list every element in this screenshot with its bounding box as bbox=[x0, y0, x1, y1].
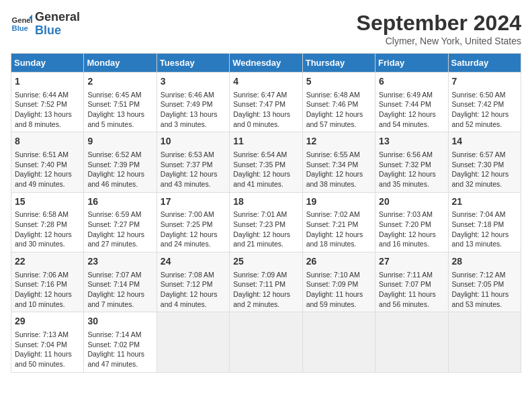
logo-icon: General Blue bbox=[11, 13, 32, 35]
day-info: Sunrise: 6:59 AM Sunset: 7:27 PM Dayligh… bbox=[87, 210, 152, 249]
day-number: 15 bbox=[15, 195, 80, 209]
day-number: 21 bbox=[452, 195, 517, 209]
day-number: 6 bbox=[379, 75, 444, 89]
day-info: Sunrise: 6:48 AM Sunset: 7:46 PM Dayligh… bbox=[306, 90, 371, 130]
calendar-cell: 5Sunrise: 6:48 AM Sunset: 7:46 PM Daylig… bbox=[302, 73, 375, 132]
day-info: Sunrise: 6:56 AM Sunset: 7:32 PM Dayligh… bbox=[379, 150, 444, 189]
day-info: Sunrise: 7:03 AM Sunset: 7:20 PM Dayligh… bbox=[379, 210, 444, 249]
day-number: 16 bbox=[87, 195, 152, 209]
day-number: 19 bbox=[306, 195, 371, 209]
calendar-cell: 15Sunrise: 6:58 AM Sunset: 7:28 PM Dayli… bbox=[11, 192, 84, 252]
day-info: Sunrise: 7:02 AM Sunset: 7:21 PM Dayligh… bbox=[306, 210, 371, 249]
day-number: 30 bbox=[87, 315, 152, 328]
weekday-header-friday: Friday bbox=[375, 54, 448, 73]
day-number: 26 bbox=[306, 255, 371, 269]
day-number: 13 bbox=[379, 135, 444, 148]
day-number: 24 bbox=[161, 255, 226, 269]
day-number: 7 bbox=[452, 75, 517, 89]
calendar-cell: 16Sunrise: 6:59 AM Sunset: 7:27 PM Dayli… bbox=[84, 192, 157, 252]
calendar-cell: 8Sunrise: 6:51 AM Sunset: 7:40 PM Daylig… bbox=[11, 132, 84, 192]
calendar-week-row: 1Sunrise: 6:44 AM Sunset: 7:52 PM Daylig… bbox=[11, 73, 521, 132]
calendar-cell: 24Sunrise: 7:08 AM Sunset: 7:12 PM Dayli… bbox=[157, 253, 229, 312]
weekday-header-thursday: Thursday bbox=[302, 54, 375, 73]
title-block: September 2024 Clymer, New York, United … bbox=[357, 11, 521, 46]
day-number: 4 bbox=[233, 75, 298, 89]
calendar-week-row: 15Sunrise: 6:58 AM Sunset: 7:28 PM Dayli… bbox=[11, 192, 521, 252]
day-info: Sunrise: 7:04 AM Sunset: 7:18 PM Dayligh… bbox=[452, 210, 517, 249]
day-number: 23 bbox=[87, 255, 152, 269]
day-number: 3 bbox=[161, 75, 226, 89]
calendar-cell bbox=[157, 312, 229, 372]
calendar-cell: 23Sunrise: 7:07 AM Sunset: 7:14 PM Dayli… bbox=[84, 253, 157, 312]
day-info: Sunrise: 7:12 AM Sunset: 7:05 PM Dayligh… bbox=[452, 270, 517, 310]
day-number: 14 bbox=[452, 135, 517, 148]
calendar-cell: 27Sunrise: 7:11 AM Sunset: 7:07 PM Dayli… bbox=[375, 253, 448, 312]
page-header: General Blue General Blue September 2024… bbox=[11, 11, 521, 46]
day-info: Sunrise: 7:00 AM Sunset: 7:25 PM Dayligh… bbox=[161, 210, 226, 249]
calendar-cell: 30Sunrise: 7:14 AM Sunset: 7:02 PM Dayli… bbox=[84, 312, 157, 372]
calendar-cell: 14Sunrise: 6:57 AM Sunset: 7:30 PM Dayli… bbox=[448, 132, 521, 192]
calendar-cell: 19Sunrise: 7:02 AM Sunset: 7:21 PM Dayli… bbox=[302, 192, 375, 252]
day-number: 5 bbox=[306, 75, 371, 89]
logo: General Blue General Blue bbox=[11, 11, 80, 38]
calendar-cell: 3Sunrise: 6:46 AM Sunset: 7:49 PM Daylig… bbox=[157, 73, 229, 132]
weekday-header-tuesday: Tuesday bbox=[157, 54, 229, 73]
weekday-header-sunday: Sunday bbox=[11, 54, 84, 73]
day-number: 22 bbox=[15, 255, 80, 269]
day-info: Sunrise: 6:46 AM Sunset: 7:49 PM Dayligh… bbox=[161, 90, 226, 130]
day-number: 2 bbox=[87, 75, 152, 89]
day-info: Sunrise: 7:11 AM Sunset: 7:07 PM Dayligh… bbox=[379, 270, 444, 310]
day-info: Sunrise: 7:08 AM Sunset: 7:12 PM Dayligh… bbox=[161, 270, 226, 310]
day-info: Sunrise: 7:07 AM Sunset: 7:14 PM Dayligh… bbox=[87, 270, 152, 310]
day-info: Sunrise: 6:55 AM Sunset: 7:34 PM Dayligh… bbox=[306, 150, 371, 189]
calendar-cell: 29Sunrise: 7:13 AM Sunset: 7:04 PM Dayli… bbox=[11, 312, 84, 372]
day-number: 18 bbox=[233, 195, 298, 209]
calendar-cell bbox=[375, 312, 448, 372]
calendar-cell: 28Sunrise: 7:12 AM Sunset: 7:05 PM Dayli… bbox=[448, 253, 521, 312]
weekday-header-saturday: Saturday bbox=[448, 54, 521, 73]
calendar-cell: 22Sunrise: 7:06 AM Sunset: 7:16 PM Dayli… bbox=[11, 253, 84, 312]
calendar-cell bbox=[302, 312, 375, 372]
logo-text: General Blue bbox=[35, 11, 80, 38]
day-info: Sunrise: 7:06 AM Sunset: 7:16 PM Dayligh… bbox=[15, 270, 80, 310]
day-number: 11 bbox=[233, 135, 298, 148]
calendar-cell: 2Sunrise: 6:45 AM Sunset: 7:51 PM Daylig… bbox=[84, 73, 157, 132]
calendar-cell: 9Sunrise: 6:52 AM Sunset: 7:39 PM Daylig… bbox=[84, 132, 157, 192]
day-number: 8 bbox=[15, 135, 80, 148]
day-info: Sunrise: 7:14 AM Sunset: 7:02 PM Dayligh… bbox=[87, 330, 152, 369]
calendar-cell: 7Sunrise: 6:50 AM Sunset: 7:42 PM Daylig… bbox=[448, 73, 521, 132]
location-subtitle: Clymer, New York, United States bbox=[357, 36, 521, 46]
day-number: 12 bbox=[306, 135, 371, 148]
calendar-cell bbox=[230, 312, 302, 372]
day-number: 20 bbox=[379, 195, 444, 209]
day-number: 17 bbox=[161, 195, 226, 209]
calendar-cell: 17Sunrise: 7:00 AM Sunset: 7:25 PM Dayli… bbox=[157, 192, 229, 252]
day-info: Sunrise: 6:52 AM Sunset: 7:39 PM Dayligh… bbox=[87, 150, 152, 189]
day-number: 10 bbox=[161, 135, 226, 148]
day-info: Sunrise: 6:53 AM Sunset: 7:37 PM Dayligh… bbox=[161, 150, 226, 189]
day-info: Sunrise: 6:50 AM Sunset: 7:42 PM Dayligh… bbox=[452, 90, 517, 130]
day-info: Sunrise: 6:54 AM Sunset: 7:35 PM Dayligh… bbox=[233, 150, 298, 189]
calendar-cell: 13Sunrise: 6:56 AM Sunset: 7:32 PM Dayli… bbox=[375, 132, 448, 192]
day-info: Sunrise: 7:10 AM Sunset: 7:09 PM Dayligh… bbox=[306, 270, 371, 310]
calendar-table: SundayMondayTuesdayWednesdayThursdayFrid… bbox=[11, 53, 521, 373]
calendar-cell: 26Sunrise: 7:10 AM Sunset: 7:09 PM Dayli… bbox=[302, 253, 375, 312]
day-number: 27 bbox=[379, 255, 444, 269]
day-info: Sunrise: 6:49 AM Sunset: 7:44 PM Dayligh… bbox=[379, 90, 444, 130]
day-number: 29 bbox=[15, 315, 80, 328]
day-number: 1 bbox=[15, 75, 80, 89]
calendar-cell: 21Sunrise: 7:04 AM Sunset: 7:18 PM Dayli… bbox=[448, 192, 521, 252]
weekday-header-wednesday: Wednesday bbox=[230, 54, 302, 73]
day-number: 9 bbox=[87, 135, 152, 148]
day-number: 28 bbox=[452, 255, 517, 269]
calendar-week-row: 8Sunrise: 6:51 AM Sunset: 7:40 PM Daylig… bbox=[11, 132, 521, 192]
calendar-cell: 12Sunrise: 6:55 AM Sunset: 7:34 PM Dayli… bbox=[302, 132, 375, 192]
calendar-cell: 18Sunrise: 7:01 AM Sunset: 7:23 PM Dayli… bbox=[230, 192, 302, 252]
weekday-header-row: SundayMondayTuesdayWednesdayThursdayFrid… bbox=[11, 54, 521, 73]
calendar-week-row: 29Sunrise: 7:13 AM Sunset: 7:04 PM Dayli… bbox=[11, 312, 521, 372]
day-info: Sunrise: 7:01 AM Sunset: 7:23 PM Dayligh… bbox=[233, 210, 298, 249]
calendar-cell: 6Sunrise: 6:49 AM Sunset: 7:44 PM Daylig… bbox=[375, 73, 448, 132]
day-info: Sunrise: 7:13 AM Sunset: 7:04 PM Dayligh… bbox=[15, 330, 80, 369]
calendar-cell bbox=[448, 312, 521, 372]
day-info: Sunrise: 7:09 AM Sunset: 7:11 PM Dayligh… bbox=[233, 270, 298, 310]
